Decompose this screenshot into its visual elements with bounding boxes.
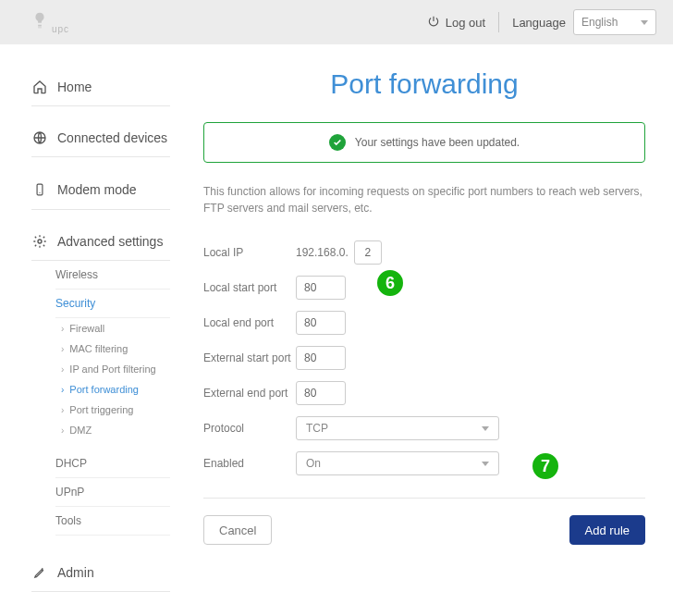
success-alert: Your settings have been updated. (203, 122, 645, 163)
chevron-right-icon: › (61, 324, 64, 334)
select-protocol[interactable]: TCP (296, 416, 499, 440)
subnav-mac-filtering[interactable]: ›MAC filtering (61, 339, 170, 359)
chevron-down-icon (482, 426, 489, 431)
logout-label: Log out (446, 16, 485, 30)
subnav-dhcp[interactable]: DHCP (55, 450, 170, 478)
brand-text: upc (52, 24, 69, 34)
subnav-firewall[interactable]: ›Firewall (61, 318, 170, 339)
chevron-right-icon: › (61, 405, 64, 415)
label-local-start-port: Local start port (203, 281, 296, 294)
subnav-ip-port-filtering[interactable]: ›IP and Port filtering (61, 359, 170, 379)
logout-link[interactable]: Log out (427, 15, 485, 31)
input-external-end-port[interactable] (296, 381, 346, 405)
nav-advanced-label: Advanced settings (57, 234, 163, 249)
nav-admin-label: Admin (57, 565, 94, 580)
svg-point-2 (38, 240, 42, 243)
main-content: Port forwarding Your settings have been … (185, 44, 673, 592)
nav-connected-label: Connected devices (57, 130, 167, 145)
label-external-end-port: External end port (203, 387, 296, 400)
annotation-badge-6: 6 (377, 270, 403, 296)
select-protocol-value: TCP (306, 422, 328, 435)
svg-point-1 (39, 192, 40, 193)
add-rule-button[interactable]: Add rule (569, 515, 645, 545)
subnav-tools[interactable]: Tools (55, 507, 170, 536)
input-local-ip-last-octet[interactable] (354, 240, 382, 265)
subnav-port-triggering[interactable]: ›Port triggering (61, 400, 170, 420)
input-local-end-port[interactable] (296, 311, 346, 335)
page-description: This function allows for incoming reques… (203, 183, 645, 216)
subnav-port-forwarding[interactable]: ›Port forwarding (61, 379, 170, 400)
language-value: English (581, 16, 618, 29)
label-external-start-port: External start port (203, 351, 296, 364)
label-enabled: Enabled (203, 457, 296, 470)
subnav-wireless[interactable]: Wireless (55, 261, 170, 290)
chevron-right-icon: › (61, 344, 64, 354)
nav-connected-devices[interactable]: Connected devices (31, 119, 170, 157)
subnav-dmz[interactable]: ›DMZ (61, 420, 170, 440)
divider (498, 12, 499, 32)
chevron-down-icon (641, 20, 648, 25)
label-local-ip: Local IP (203, 246, 296, 259)
nav-modem-label: Modem mode (57, 182, 137, 197)
nav-home-label: Home (57, 80, 92, 94)
select-enabled-value: On (306, 457, 321, 470)
brand-logo: upc (30, 11, 69, 34)
cancel-button[interactable]: Cancel (203, 515, 272, 545)
annotation-badge-7: 7 (532, 453, 558, 479)
chevron-right-icon: › (61, 385, 64, 395)
select-enabled[interactable]: On (296, 451, 499, 475)
page-title: Port forwarding (203, 68, 645, 100)
nav-advanced-settings[interactable]: Advanced settings (31, 223, 170, 261)
chevron-right-icon: › (61, 425, 64, 436)
input-local-start-port[interactable] (296, 276, 346, 300)
label-local-end-port: Local end port (203, 316, 296, 329)
separator (203, 498, 645, 499)
pencil-icon (31, 566, 48, 579)
chevron-right-icon: › (61, 364, 64, 375)
subnav-upnp[interactable]: UPnP (55, 478, 170, 507)
gear-icon (31, 234, 48, 249)
language-label: Language (512, 16, 566, 30)
subnav-security[interactable]: Security (55, 290, 170, 318)
ip-prefix: 192.168.0. (296, 246, 349, 259)
language-select[interactable]: English (573, 9, 656, 35)
label-protocol: Protocol (203, 422, 296, 435)
nav-admin[interactable]: Admin (31, 554, 170, 592)
input-external-start-port[interactable] (296, 346, 346, 370)
nav-home[interactable]: Home (31, 68, 170, 106)
check-icon (329, 134, 346, 151)
nav-modem-mode[interactable]: Modem mode (31, 170, 170, 210)
alert-text: Your settings have been updated. (355, 136, 520, 149)
logo-icon (30, 11, 50, 34)
power-icon (427, 15, 440, 31)
modem-icon (31, 181, 48, 198)
sidebar: Home Connected devices Modem mode Advanc… (0, 44, 185, 592)
top-bar: upc Log out Language English (0, 0, 673, 44)
home-icon (31, 80, 48, 94)
devices-icon (31, 130, 48, 145)
chevron-down-icon (482, 462, 489, 466)
